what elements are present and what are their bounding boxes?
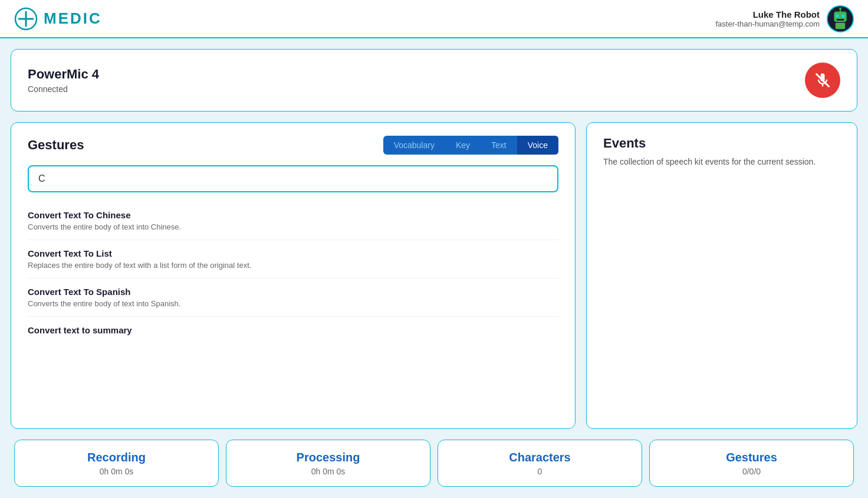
- medic-logo-icon: [14, 7, 38, 31]
- search-input[interactable]: [28, 165, 558, 192]
- user-name: Luke The Robot: [716, 9, 820, 19]
- tab-text[interactable]: Text: [481, 136, 517, 155]
- gesture-item: Convert Text To List Replaces the entire…: [28, 240, 558, 279]
- svg-point-9: [839, 7, 841, 9]
- gestures-header: Gestures Vocabulary Key Text Voice: [28, 136, 558, 155]
- tab-vocabulary[interactable]: Vocabulary: [383, 136, 445, 155]
- gesture-name: Convert Text To List: [28, 248, 558, 258]
- stat-processing-value: 0h 0m 0s: [311, 467, 346, 476]
- powermic-card: PowerMic 4 Connected: [11, 49, 857, 112]
- stat-gestures: Gestures 0/0/0: [649, 440, 854, 487]
- powermic-title: PowerMic 4: [28, 67, 99, 82]
- gesture-item: Convert Text To Spanish Converts the ent…: [28, 279, 558, 317]
- gestures-card: Gestures Vocabulary Key Text Voice Conve…: [11, 122, 576, 429]
- logo: MEDIC: [14, 7, 102, 31]
- svg-rect-7: [837, 19, 844, 21]
- svg-rect-10: [836, 22, 845, 29]
- gesture-name: Convert text to summary: [28, 325, 558, 335]
- gesture-desc: Replaces the entire body of text with a …: [28, 261, 558, 270]
- middle-section: Gestures Vocabulary Key Text Voice Conve…: [11, 122, 857, 429]
- svg-rect-5: [836, 14, 839, 17]
- stat-gestures-value: 0/0/0: [742, 467, 761, 476]
- mic-button[interactable]: [805, 63, 840, 98]
- powermic-status: Connected: [28, 84, 99, 94]
- tab-group: Vocabulary Key Text Voice: [383, 136, 558, 155]
- main-content: PowerMic 4 Connected Gestures Vocabulary…: [0, 38, 868, 487]
- events-card: Events The collection of speech kit even…: [586, 122, 857, 429]
- gesture-list: Convert Text To Chinese Converts the ent…: [28, 202, 558, 346]
- tab-key[interactable]: Key: [445, 136, 481, 155]
- stat-processing-label: Processing: [297, 451, 360, 464]
- events-title: Events: [603, 136, 840, 151]
- stat-processing: Processing 0h 0m 0s: [226, 440, 430, 487]
- user-info: Luke The Robot faster-than-human@temp.co…: [716, 9, 820, 28]
- gesture-item: Convert text to summary: [28, 317, 558, 346]
- gesture-item: Convert Text To Chinese Converts the ent…: [28, 202, 558, 240]
- avatar[interactable]: [827, 5, 854, 32]
- stat-recording-value: 0h 0m 0s: [100, 467, 134, 476]
- user-email: faster-than-human@temp.com: [716, 19, 820, 28]
- user-section: Luke The Robot faster-than-human@temp.co…: [716, 5, 854, 32]
- powermic-info: PowerMic 4 Connected: [28, 67, 99, 94]
- avatar-image: [828, 5, 853, 32]
- gesture-desc: Converts the entire body of text into Ch…: [28, 222, 558, 231]
- stat-recording: Recording 0h 0m 0s: [14, 440, 219, 487]
- gestures-title: Gestures: [28, 137, 84, 153]
- stat-characters-value: 0: [538, 467, 542, 476]
- logo-text: MEDIC: [44, 9, 102, 28]
- events-description: The collection of speech kit events for …: [603, 156, 840, 168]
- stat-gestures-label: Gestures: [726, 451, 777, 464]
- gesture-desc: Converts the entire body of text into Sp…: [28, 299, 558, 308]
- bottom-stats: Recording 0h 0m 0s Processing 0h 0m 0s C…: [11, 440, 857, 487]
- svg-rect-6: [842, 14, 845, 17]
- gesture-name: Convert Text To Chinese: [28, 210, 558, 220]
- stat-characters: Characters 0: [438, 440, 642, 487]
- header: MEDIC Luke The Robot faster-than-human@t…: [0, 0, 868, 38]
- gesture-name: Convert Text To Spanish: [28, 287, 558, 297]
- stat-characters-label: Characters: [509, 451, 571, 464]
- mic-icon: [814, 72, 831, 89]
- stat-recording-label: Recording: [87, 451, 146, 464]
- tab-voice[interactable]: Voice: [517, 136, 558, 155]
